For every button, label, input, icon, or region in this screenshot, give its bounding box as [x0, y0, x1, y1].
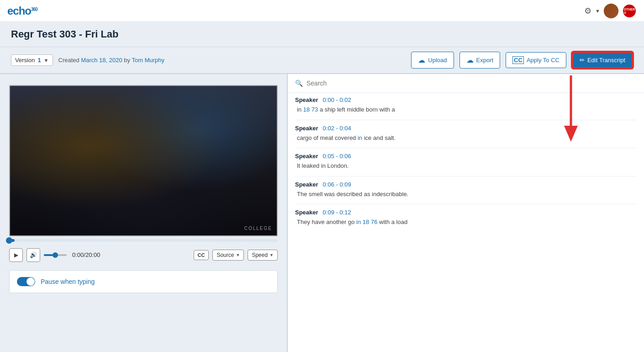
video-progress-bar[interactable] [9, 239, 278, 242]
time-range: 0:00 - 0:02 [323, 96, 351, 103]
edit-icon: ✏ [580, 57, 585, 64]
version-selector[interactable]: Version 1 ▼ [11, 54, 53, 66]
page-title: Regr Test 303 - Fri Lab [11, 28, 633, 40]
speaker-label: Speaker [295, 181, 318, 188]
speed-dropdown[interactable]: Speed ▼ [248, 250, 278, 261]
export-icon: ☁ [466, 56, 474, 64]
transcript-list: Speaker 0:00 - 0:02 in 18 73 a ship left… [288, 93, 644, 352]
transcript-divider [295, 176, 637, 176]
transcript-entry: Speaker 0:06 - 0:09 The smell was descri… [295, 181, 637, 199]
version-number: 1 [37, 57, 41, 64]
speed-label: Speed [252, 252, 268, 258]
app-logo: echo360 [7, 5, 37, 17]
speaker-line: Speaker 0:02 - 0:04 [295, 125, 637, 132]
version-label: Version [15, 57, 35, 64]
time-display: 0:00/20:00 [72, 251, 100, 258]
time-range: 0:06 - 0:09 [323, 181, 351, 188]
speaker-label: Speaker [295, 209, 318, 216]
time-range: 0:09 - 0:12 [323, 209, 351, 216]
transcript-text: in 18 73 a ship left middle born with a [295, 105, 637, 114]
pause-toggle-label: Pause when typing [41, 278, 95, 285]
version-chevron-icon: ▼ [44, 58, 49, 63]
volume-fill [44, 254, 53, 256]
nav-right: ⚙ ▼ OTHERU [584, 4, 637, 18]
volume-slider[interactable] [44, 254, 67, 256]
video-watermark: COLLEGE [244, 226, 272, 231]
speaker-line: Speaker 0:06 - 0:09 [295, 181, 637, 188]
main-content: COLLEGE ▶ 🔊 0:00/20:00 CC Source ▼ [0, 74, 644, 352]
title-bar: Regr Test 303 - Fri Lab [0, 22, 644, 47]
edit-transcript-button[interactable]: ✏ Edit Transcript [572, 52, 633, 69]
user-avatar[interactable] [604, 4, 618, 18]
transcript-text: It leaked in London. [295, 161, 637, 171]
video-frame: COLLEGE [10, 86, 277, 235]
speaker-line: Speaker 0:09 - 0:12 [295, 209, 637, 216]
speaker-line: Speaker 0:00 - 0:02 [295, 96, 637, 103]
play-button[interactable]: ▶ [9, 248, 23, 262]
transcript-text: The smell was described as indescribable… [295, 190, 637, 199]
upload-button[interactable]: ☁ Upload [411, 52, 454, 69]
cc-toggle-button[interactable]: CC [194, 250, 209, 260]
search-bar: 🔍 [288, 74, 644, 93]
search-input[interactable] [306, 80, 637, 87]
speaker-label: Speaker [295, 153, 318, 160]
source-arrow-icon: ▼ [236, 253, 240, 257]
volume-thumb [53, 252, 58, 258]
video-content [10, 86, 277, 235]
created-date: March 18, 2020 [81, 57, 122, 64]
player-controls: ▶ 🔊 0:00/20:00 CC Source ▼ Speed ▼ [9, 245, 278, 265]
top-navigation: echo360 ⚙ ▼ OTHERU [0, 0, 644, 22]
transcript-divider [295, 148, 637, 148]
volume-track [44, 254, 67, 256]
transcript-divider [295, 204, 637, 204]
speed-arrow-icon: ▼ [269, 253, 274, 257]
transcript-entry: Speaker 0:05 - 0:06 It leaked in London. [295, 153, 637, 171]
action-bar: Version 1 ▼ Created March 18, 2020 by To… [0, 47, 644, 74]
apply-cc-button[interactable]: CC Apply To CC [506, 52, 566, 68]
institution-badge: OTHERU [622, 4, 637, 18]
logo-area: echo360 [7, 5, 37, 17]
upload-icon: ☁ [418, 56, 425, 64]
transcript-entry: Speaker 0:09 - 0:12 They have another go… [295, 209, 637, 227]
source-label: Source [216, 252, 234, 258]
created-info: Created March 18, 2020 by Tom Murphy [58, 57, 165, 64]
transcript-text: They have another go in 18 76 with a loa… [295, 218, 637, 227]
pause-toggle-box: Pause when typing [9, 270, 278, 293]
speaker-line: Speaker 0:05 - 0:06 [295, 153, 637, 160]
left-panel: COLLEGE ▶ 🔊 0:00/20:00 CC Source ▼ [0, 74, 288, 352]
export-button[interactable]: ☁ Export [459, 52, 501, 69]
transcript-divider [295, 120, 637, 120]
transcript-entry: Speaker 0:00 - 0:02 in 18 73 a ship left… [295, 96, 637, 114]
right-panel: 🔍 Speaker 0:00 - 0:02 in 18 73 a ship le… [288, 74, 644, 352]
settings-icon[interactable]: ⚙ [584, 6, 591, 16]
speaker-label: Speaker [295, 96, 318, 103]
time-range: 0:02 - 0:04 [323, 125, 351, 132]
cc-icon: CC [512, 56, 524, 64]
transcript-entry: Speaker 0:02 - 0:04 cargo of meat covere… [295, 125, 637, 143]
video-player[interactable]: COLLEGE [9, 85, 278, 236]
pause-toggle-switch[interactable] [17, 277, 35, 286]
progress-thumb [6, 237, 12, 244]
toggle-thumb [26, 277, 35, 286]
settings-dropdown-arrow[interactable]: ▼ [595, 8, 600, 14]
time-range: 0:05 - 0:06 [323, 153, 351, 160]
source-dropdown[interactable]: Source ▼ [212, 250, 244, 261]
created-author: Tom Murphy [132, 57, 164, 64]
volume-button[interactable]: 🔊 [26, 248, 40, 262]
search-icon: 🔍 [295, 80, 303, 87]
speaker-label: Speaker [295, 125, 318, 132]
transcript-text: cargo of meat covered in ice and salt. [295, 133, 637, 143]
